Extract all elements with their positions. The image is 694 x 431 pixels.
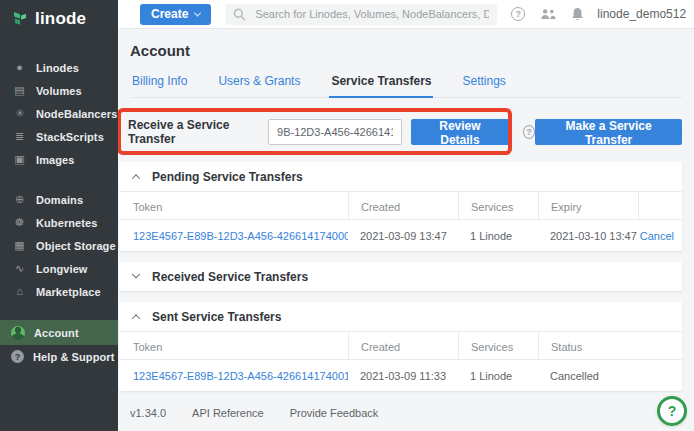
search-input[interactable] bbox=[255, 8, 489, 20]
sent-table-header: Token Created Services Status bbox=[119, 331, 682, 360]
sidebar: linode ● Linodes ▤ Volumes ✳ NodeBalance… bbox=[0, 0, 118, 431]
sidebar-item-volumes[interactable]: ▤ Volumes bbox=[0, 79, 118, 102]
make-service-transfer-button[interactable]: Make a Service Transfer bbox=[535, 119, 682, 145]
sent-transfers-header[interactable]: Sent Service Transfers bbox=[119, 302, 682, 331]
sidebar-item-account[interactable]: Account bbox=[0, 320, 118, 345]
community-icon[interactable] bbox=[540, 8, 556, 20]
column-created: Created bbox=[348, 192, 458, 221]
sidebar-item-help-support[interactable]: ? Help & Support bbox=[0, 345, 118, 368]
cell-services: 1 Linode bbox=[458, 370, 538, 382]
cell-expiry: 2021-03-10 13:47 bbox=[538, 230, 638, 242]
main-content: Account Billing Info Users & Grants Serv… bbox=[118, 29, 694, 431]
account-tabs: Billing Info Users & Grants Service Tran… bbox=[130, 69, 682, 98]
longview-icon: ∿ bbox=[12, 263, 27, 274]
page-title: Account bbox=[130, 42, 682, 59]
sidebar-item-nodebalancers[interactable]: ✳ NodeBalancers bbox=[0, 102, 118, 125]
cancel-link[interactable]: Cancel bbox=[640, 230, 674, 242]
sidebar-item-object-storage[interactable]: ▦ Object Storage bbox=[0, 234, 118, 257]
pending-transfers-header[interactable]: Pending Service Transfers bbox=[119, 162, 682, 191]
table-row: 123E4567-E89B-12D3-A456-426614174001 202… bbox=[119, 360, 682, 391]
column-token: Token bbox=[119, 192, 348, 221]
sent-transfers-card: Sent Service Transfers Token Created Ser… bbox=[119, 302, 682, 391]
tab-settings[interactable]: Settings bbox=[460, 69, 507, 97]
help-bubble-button[interactable]: ? bbox=[657, 396, 687, 426]
transfer-help-icon[interactable]: ? bbox=[523, 125, 535, 139]
create-button[interactable]: Create bbox=[140, 4, 211, 25]
receive-transfer-bar: Receive a Service Transfer Review Detail… bbox=[119, 119, 682, 145]
transfer-token-input[interactable] bbox=[268, 119, 402, 145]
images-icon: ▣ bbox=[12, 154, 27, 165]
cell-created: 2021-03-09 13:47 bbox=[348, 230, 458, 242]
api-reference-link[interactable]: API Reference bbox=[192, 407, 264, 419]
app-version: v1.34.0 bbox=[130, 407, 166, 419]
sidebar-item-domains[interactable]: ⊕ Domains bbox=[0, 188, 118, 211]
review-details-button[interactable]: Review Details bbox=[411, 119, 509, 145]
cell-created: 2021-03-09 11:33 bbox=[348, 370, 458, 382]
sidebar-item-longview[interactable]: ∿ Longview bbox=[0, 257, 118, 280]
domains-icon: ⊕ bbox=[12, 194, 27, 205]
column-token: Token bbox=[119, 332, 348, 361]
column-expiry: Expiry bbox=[538, 192, 638, 221]
logo-text: linode bbox=[35, 9, 86, 29]
column-services: Services bbox=[458, 332, 538, 361]
column-services: Services bbox=[458, 192, 538, 221]
column-status: Status bbox=[538, 332, 682, 361]
help-icon[interactable]: ? bbox=[511, 7, 525, 21]
token-link[interactable]: 123E4567-E89B-12D3-A456-426614174001 bbox=[133, 370, 348, 382]
sidebar-nav: ● Linodes ▤ Volumes ✳ NodeBalancers ≣ St… bbox=[0, 56, 118, 368]
tab-billing-info[interactable]: Billing Info bbox=[130, 69, 189, 97]
received-transfers-card: Received Service Transfers bbox=[119, 262, 682, 291]
chevron-down-icon bbox=[194, 9, 201, 16]
kubernetes-icon: ☸ bbox=[12, 217, 27, 228]
linode-logo-icon bbox=[11, 10, 29, 28]
linode-logo[interactable]: linode bbox=[0, 0, 118, 30]
sidebar-item-linodes[interactable]: ● Linodes bbox=[0, 56, 118, 79]
sidebar-item-kubernetes[interactable]: ☸ Kubernetes bbox=[0, 211, 118, 234]
stackscripts-icon: ≣ bbox=[12, 131, 27, 142]
pending-table-header: Token Created Services Expiry bbox=[119, 191, 682, 220]
topbar: Create ? li bbox=[118, 0, 694, 29]
sidebar-item-stackscripts[interactable]: ≣ StackScripts bbox=[0, 125, 118, 148]
marketplace-icon: ⌂ bbox=[12, 286, 27, 297]
nodebalancers-icon: ✳ bbox=[12, 108, 27, 119]
notifications-bell-icon[interactable] bbox=[571, 7, 584, 21]
pending-transfers-card: Pending Service Transfers Token Created … bbox=[119, 162, 682, 251]
cell-status: Cancelled bbox=[538, 370, 682, 382]
account-avatar-icon bbox=[11, 326, 25, 340]
column-created: Created bbox=[348, 332, 458, 361]
footer: v1.34.0 API Reference Provide Feedback bbox=[130, 407, 682, 419]
sidebar-item-images[interactable]: ▣ Images bbox=[0, 148, 118, 171]
column-actions bbox=[638, 192, 682, 221]
help-circle-icon: ? bbox=[11, 350, 24, 363]
table-row: 123E4567-E89B-12D3-A456-426614174000 202… bbox=[119, 220, 682, 251]
sidebar-item-marketplace[interactable]: ⌂ Marketplace bbox=[0, 280, 118, 303]
token-link[interactable]: 123E4567-E89B-12D3-A456-426614174000 bbox=[133, 230, 348, 242]
linode-cloud-manager: linode ● Linodes ▤ Volumes ✳ NodeBalance… bbox=[0, 0, 694, 431]
search-bar[interactable] bbox=[225, 4, 497, 25]
object-storage-icon: ▦ bbox=[12, 240, 27, 251]
chevron-up-icon bbox=[132, 174, 140, 182]
volumes-icon: ▤ bbox=[12, 85, 27, 96]
provide-feedback-link[interactable]: Provide Feedback bbox=[290, 407, 379, 419]
tab-users-grants[interactable]: Users & Grants bbox=[216, 69, 302, 97]
search-icon bbox=[233, 8, 246, 21]
tab-service-transfers[interactable]: Service Transfers bbox=[329, 69, 433, 98]
chevron-up-icon bbox=[132, 314, 140, 322]
receive-transfer-label: Receive a Service Transfer bbox=[128, 118, 258, 146]
received-transfers-header[interactable]: Received Service Transfers bbox=[119, 262, 682, 291]
chevron-down-icon bbox=[132, 269, 140, 277]
cell-services: 1 Linode bbox=[458, 230, 538, 242]
username[interactable]: linode_demo512 bbox=[597, 7, 686, 21]
linodes-icon: ● bbox=[12, 62, 27, 73]
